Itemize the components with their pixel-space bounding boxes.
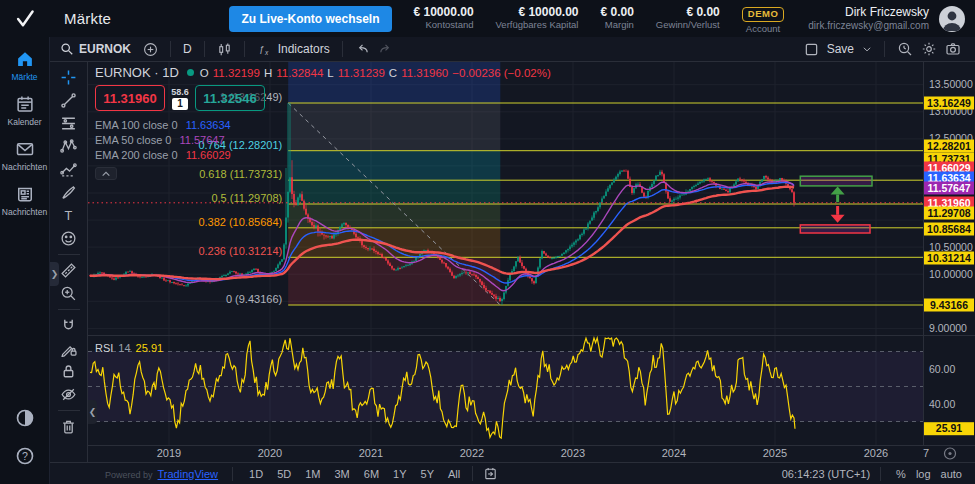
- range-button-all[interactable]: All: [442, 467, 466, 481]
- stat-balance-label: Kontostand: [414, 20, 474, 30]
- log-scale-button[interactable]: log: [911, 467, 936, 481]
- price-axis[interactable]: 13.5000013.0000012.5000010.5000010.00000…: [929, 78, 973, 409]
- sidebar-expander[interactable]: ❯: [50, 262, 59, 286]
- svg-text:2025: 2025: [763, 447, 787, 459]
- stat-pnl-value: € 0.00: [656, 6, 720, 19]
- range-button-5d[interactable]: 5D: [271, 467, 297, 481]
- quantity-stepper[interactable]: 1: [172, 98, 188, 110]
- sell-button[interactable]: 11.31960: [95, 85, 165, 111]
- rsi-legend[interactable]: RSI 14 25.91: [95, 342, 163, 354]
- undo-button[interactable]: [351, 42, 374, 57]
- range-button-1m[interactable]: 1M: [299, 467, 326, 481]
- sidebar-item-nachrichten-news[interactable]: Nachrichten: [0, 184, 50, 217]
- hide-all-tool[interactable]: [55, 383, 83, 406]
- trade-widget: 11.31960 58.6 1 11.32546: [95, 85, 551, 111]
- stat-pnl-label: Gewinn/Verlust: [656, 20, 720, 30]
- low-value: 11.31239: [338, 67, 385, 79]
- svg-text:25.91: 25.91: [936, 422, 962, 434]
- fx-icon: ƒ x: [257, 41, 273, 57]
- svg-text:x: x: [264, 49, 269, 56]
- fib-retracement-icon: [60, 115, 77, 132]
- lock-all-tool[interactable]: [55, 360, 83, 383]
- indicators-button[interactable]: ƒ x Indicators: [253, 41, 334, 57]
- forecast-tool[interactable]: [55, 158, 83, 181]
- text-tool[interactable]: T: [55, 204, 83, 227]
- price-axis-labels: 13.1624912.2820111.7373111.6602911.63634…: [924, 97, 974, 436]
- legend-collapse-button[interactable]: [95, 167, 117, 180]
- time-axis-menu-icon[interactable]: [945, 448, 956, 459]
- candlestick-icon: [217, 42, 232, 57]
- indicator-row-ema50[interactable]: EMA 50 close 0 11.57647: [95, 134, 551, 146]
- xabcd-pattern-tool[interactable]: [55, 135, 83, 158]
- svg-text:2021: 2021: [359, 447, 383, 459]
- broker-logo[interactable]: [0, 0, 50, 37]
- redo-button[interactable]: [374, 42, 397, 57]
- layout-square-icon: [804, 42, 819, 57]
- crosshair-tool[interactable]: [55, 66, 83, 89]
- draw-lock-tool[interactable]: [55, 337, 83, 360]
- legend-symbol[interactable]: EURNOK · 1D: [95, 65, 179, 80]
- zoom-in-icon: [60, 285, 77, 302]
- buy-button[interactable]: 11.32546: [195, 85, 265, 111]
- account-type[interactable]: DEMO Account: [742, 3, 785, 34]
- page-title: Märkte: [64, 10, 111, 27]
- theme-toggle[interactable]: [15, 408, 35, 432]
- go-to-date-button[interactable]: [472, 466, 498, 481]
- drawing-toolbar-expander[interactable]: ❮: [88, 400, 97, 424]
- svg-text:2024: 2024: [662, 447, 686, 459]
- toolbar-divider: [58, 410, 80, 411]
- brush-tool[interactable]: [55, 181, 83, 204]
- chart-style-button[interactable]: [213, 42, 236, 57]
- range-button-6m[interactable]: 6M: [358, 467, 385, 481]
- home-icon: [15, 49, 35, 69]
- auto-scale-button[interactable]: auto: [936, 467, 967, 481]
- chart-container[interactable]: 1 (13.16249)0.764 (12.28201)0.618 (11.73…: [88, 62, 975, 462]
- magnet-tool[interactable]: [55, 314, 83, 337]
- sidebar-item-nachrichten-mail[interactable]: Nachrichten: [0, 139, 50, 172]
- person-icon: [939, 6, 965, 32]
- emoji-tool[interactable]: [55, 227, 83, 250]
- interval-button[interactable]: D: [179, 42, 196, 56]
- avatar[interactable]: [939, 6, 965, 32]
- snapshot-button[interactable]: [941, 41, 965, 57]
- change-value: −0.00236 (−0.02%): [452, 67, 550, 79]
- time-axis[interactable]: 201920202021202220232024202520267: [157, 447, 956, 459]
- compare-button[interactable]: [139, 42, 162, 57]
- range-button-1d[interactable]: 1D: [243, 467, 269, 481]
- checkmark-logo-icon: [14, 8, 36, 30]
- up-arrow[interactable]: [831, 187, 845, 203]
- indicator-row-ema100[interactable]: EMA 100 close 0 11.63634: [95, 119, 551, 131]
- user-email: dirk.friczewsky@gmail.com: [808, 20, 929, 32]
- undo-icon: [355, 42, 370, 57]
- range-button-5y[interactable]: 5Y: [415, 467, 440, 481]
- remove-all-tool[interactable]: [55, 415, 83, 438]
- sidebar-item-maerkte[interactable]: Märkte: [0, 49, 50, 82]
- stat-available-label: Verfügbares Kapital: [496, 20, 579, 30]
- symbol-search[interactable]: EURNOK: [60, 42, 131, 56]
- chart-settings-button[interactable]: [917, 41, 941, 57]
- zoom-in-tool[interactable]: [55, 282, 83, 305]
- percent-scale-button[interactable]: %: [891, 467, 911, 481]
- search-icon: [60, 42, 74, 56]
- tradingview-link[interactable]: TradingView: [158, 468, 219, 480]
- risk-reward-boxes[interactable]: [800, 176, 872, 233]
- save-menu-button[interactable]: [858, 44, 876, 54]
- trend-line-tool[interactable]: [55, 89, 83, 112]
- search-clock-icon: [897, 41, 913, 57]
- stat-margin: € 0.00 Margin: [600, 6, 633, 31]
- indicator-row-ema200[interactable]: EMA 200 close 0 11.66029: [95, 149, 551, 161]
- stat-available-capital: € 10000.00 Verfügbares Kapital: [496, 6, 579, 31]
- fib-retracement-tool[interactable]: [55, 112, 83, 135]
- range-button-3m[interactable]: 3M: [328, 467, 355, 481]
- svg-text:ƒ: ƒ: [259, 44, 264, 54]
- range-button-1y[interactable]: 1Y: [387, 467, 412, 481]
- help-button[interactable]: ?: [15, 446, 35, 470]
- save-button[interactable]: Save: [823, 42, 858, 56]
- layout-button[interactable]: [800, 42, 823, 57]
- text-icon: T: [60, 207, 77, 224]
- clock[interactable]: 06:14:23 (UTC+1): [782, 468, 870, 480]
- sidebar-item-kalender[interactable]: Kalender: [0, 94, 50, 127]
- brush-icon: [60, 184, 77, 201]
- switch-to-live-button[interactable]: Zu Live-Konto wechseln: [229, 6, 391, 32]
- quick-search-button[interactable]: [893, 41, 917, 57]
